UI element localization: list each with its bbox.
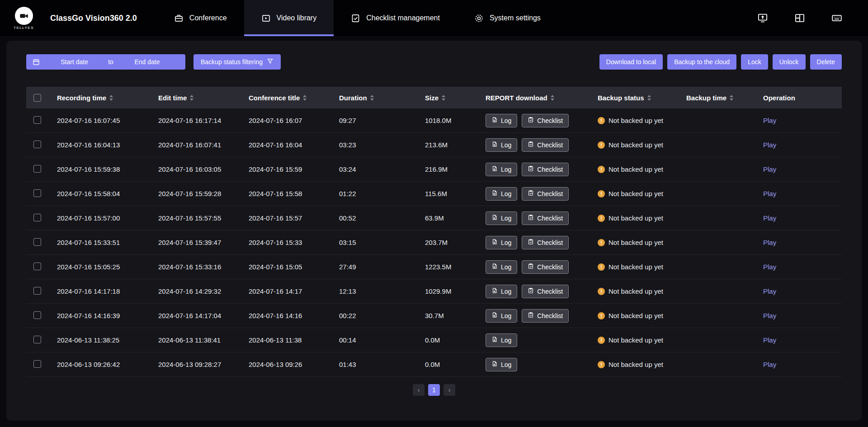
- download-to-local-button[interactable]: Download to local: [599, 54, 663, 70]
- unlock-button[interactable]: Unlock: [773, 54, 806, 70]
- log-button[interactable]: Log: [486, 333, 517, 347]
- play-link[interactable]: Play: [763, 361, 776, 368]
- col-header-label: Backup status: [598, 94, 644, 102]
- backup-status-cell: !Not backed up yet: [598, 165, 686, 173]
- sort-icon[interactable]: [190, 95, 193, 101]
- col-header-conference-title[interactable]: Conference title: [249, 94, 339, 102]
- report-download-cell: LogChecklist: [486, 260, 598, 274]
- play-link[interactable]: Play: [763, 336, 776, 344]
- row-checkbox[interactable]: [33, 360, 41, 368]
- tab-video-library[interactable]: Video library: [244, 0, 334, 36]
- sort-icon[interactable]: [109, 95, 113, 101]
- duration-cell: 00:14: [339, 336, 425, 344]
- play-link[interactable]: Play: [763, 239, 776, 246]
- row-checkbox-cell: [26, 189, 57, 198]
- row-checkbox[interactable]: [33, 263, 41, 270]
- row-checkbox[interactable]: [33, 116, 41, 124]
- sort-icon[interactable]: [730, 95, 733, 101]
- play-link[interactable]: Play: [763, 287, 776, 295]
- log-button[interactable]: Log: [486, 260, 517, 274]
- row-checkbox[interactable]: [33, 214, 41, 221]
- checklist-doc-icon: [528, 190, 534, 197]
- checklist-button[interactable]: Checklist: [522, 163, 569, 176]
- checklist-button[interactable]: Checklist: [522, 236, 569, 249]
- log-icon: [491, 361, 498, 368]
- keyboard-button[interactable]: [831, 12, 843, 24]
- log-button[interactable]: Log: [486, 138, 517, 152]
- checklist-button[interactable]: Checklist: [522, 285, 569, 298]
- date-range-picker[interactable]: Start date to End date: [26, 54, 185, 70]
- end-date-input[interactable]: End date: [115, 58, 179, 66]
- page-number-button[interactable]: 1: [428, 384, 440, 396]
- recording-time-cell: 2024-07-16 15:59:38: [57, 165, 158, 173]
- row-checkbox[interactable]: [33, 189, 41, 197]
- row-checkbox[interactable]: [33, 287, 41, 295]
- backup-status-filter-button[interactable]: Backup status filtering: [193, 54, 281, 70]
- prev-page-button[interactable]: ‹: [413, 384, 425, 396]
- checklist-button[interactable]: Checklist: [522, 114, 569, 127]
- operation-cell: Play: [763, 287, 842, 295]
- checklist-button[interactable]: Checklist: [522, 309, 569, 323]
- report-download-cell: LogChecklist: [486, 114, 598, 127]
- log-button[interactable]: Log: [486, 309, 517, 323]
- row-checkbox[interactable]: [33, 336, 41, 343]
- play-link[interactable]: Play: [763, 141, 776, 149]
- sort-icon[interactable]: [442, 95, 445, 101]
- next-page-button[interactable]: ›: [443, 384, 455, 396]
- row-checkbox[interactable]: [33, 238, 41, 246]
- log-button[interactable]: Log: [486, 358, 517, 371]
- report-download-cell: LogChecklist: [486, 138, 598, 152]
- log-button[interactable]: Log: [486, 236, 517, 249]
- row-checkbox-cell: [26, 311, 57, 320]
- sort-icon[interactable]: [647, 95, 651, 101]
- edit-time-cell: 2024-07-16 15:33:16: [158, 263, 249, 271]
- col-header-edit-time[interactable]: Edit time: [158, 94, 249, 102]
- row-checkbox[interactable]: [33, 311, 41, 319]
- recording-time-cell: 2024-07-16 16:04:13: [57, 141, 158, 149]
- log-icon: [491, 312, 498, 319]
- col-header-duration[interactable]: Duration: [339, 94, 425, 102]
- sort-icon[interactable]: [551, 95, 554, 101]
- start-date-input[interactable]: Start date: [42, 58, 106, 66]
- log-button[interactable]: Log: [486, 187, 517, 201]
- log-button[interactable]: Log: [486, 114, 517, 127]
- lock-button[interactable]: Lock: [741, 54, 768, 70]
- checklist-button[interactable]: Checklist: [522, 211, 569, 225]
- table-row: 2024-07-16 15:59:382024-07-16 16:03:0520…: [26, 157, 842, 182]
- play-link[interactable]: Play: [763, 214, 776, 222]
- layout-button[interactable]: [794, 12, 806, 24]
- sort-icon[interactable]: [370, 95, 374, 101]
- play-link[interactable]: Play: [763, 117, 776, 124]
- row-checkbox[interactable]: [33, 165, 41, 173]
- log-button[interactable]: Log: [486, 211, 517, 225]
- col-header-recording-time[interactable]: Recording time: [57, 94, 158, 102]
- col-header-backup-status[interactable]: Backup status: [598, 94, 686, 102]
- log-button[interactable]: Log: [486, 285, 517, 298]
- play-link[interactable]: Play: [763, 165, 776, 173]
- play-link[interactable]: Play: [763, 263, 776, 271]
- tab-system-settings[interactable]: System settings: [457, 0, 558, 36]
- col-header-backup-time[interactable]: Backup time: [686, 94, 763, 102]
- col-header-size[interactable]: Size: [425, 94, 486, 102]
- col-header-label: REPORT download: [486, 94, 547, 102]
- select-all-checkbox[interactable]: [33, 94, 41, 102]
- tab-conference[interactable]: Conference: [157, 0, 244, 36]
- checklist-button[interactable]: Checklist: [522, 260, 569, 274]
- backup-to-cloud-button[interactable]: Backup to the cloud: [667, 54, 736, 70]
- row-checkbox[interactable]: [33, 141, 41, 148]
- checklist-doc-icon: [528, 141, 534, 149]
- toolbar: Start date to End date Backup status fil…: [6, 41, 862, 74]
- play-link[interactable]: Play: [763, 190, 776, 197]
- col-header-report-download[interactable]: REPORT download: [486, 94, 598, 102]
- log-button[interactable]: Log: [486, 163, 517, 176]
- recording-time-cell: 2024-07-16 15:33:51: [57, 239, 158, 246]
- screen-cast-button[interactable]: [757, 12, 769, 24]
- sort-icon[interactable]: [303, 95, 307, 101]
- tab-checklist-management[interactable]: Checklist management: [334, 0, 457, 36]
- checklist-button[interactable]: Checklist: [522, 138, 569, 152]
- edit-time-cell: 2024-06-13 09:28:27: [158, 361, 249, 368]
- checklist-button[interactable]: Checklist: [522, 187, 569, 201]
- play-link[interactable]: Play: [763, 312, 776, 319]
- operation-cell: Play: [763, 263, 842, 271]
- delete-button[interactable]: Delete: [810, 54, 842, 70]
